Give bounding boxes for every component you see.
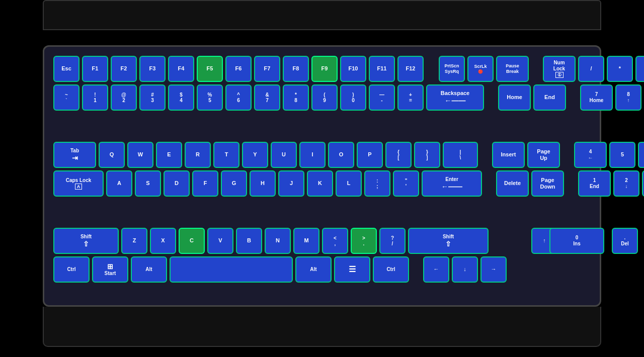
key-num-asterisk[interactable]: * [607, 56, 633, 82]
key-f11[interactable]: F11 [369, 56, 395, 82]
key-num4[interactable]: 4← [574, 142, 607, 168]
key-minus[interactable]: —- [369, 84, 395, 111]
key-f5[interactable]: F5 [197, 56, 223, 82]
key-delete[interactable]: Delete [496, 170, 529, 197]
key-num-slash[interactable]: / [578, 56, 604, 82]
key-backslash[interactable]: |\ [443, 142, 478, 168]
key-menu[interactable]: ☰ [334, 256, 370, 283]
key-num2[interactable]: 2↓ [613, 170, 639, 197]
key-prtscn[interactable]: PrtScnSysRq [439, 56, 465, 82]
key-pagedown[interactable]: PageDown [531, 170, 564, 197]
key-esc[interactable]: Esc [53, 56, 79, 82]
key-5[interactable]: %5 [197, 84, 223, 111]
key-m[interactable]: M [293, 228, 319, 254]
key-g[interactable]: G [221, 170, 247, 197]
key-f9[interactable]: F9 [311, 56, 338, 82]
key-f2[interactable]: F2 [111, 56, 137, 82]
key-h[interactable]: H [250, 170, 276, 197]
key-shift-left[interactable]: Shift⇧ [53, 228, 119, 254]
key-u[interactable]: U [271, 142, 297, 168]
key-enter[interactable]: Enter←—— [422, 170, 482, 197]
key-p[interactable]: P [357, 142, 383, 168]
key-f7[interactable]: F7 [254, 56, 280, 82]
key-rbracket[interactable]: }] [414, 142, 440, 168]
key-ctrl-right[interactable]: Ctrl [373, 256, 409, 283]
key-numlock[interactable]: NumLock① [543, 56, 576, 82]
key-6[interactable]: ^6 [225, 84, 252, 111]
key-slash[interactable]: ?/ [379, 228, 406, 254]
key-space[interactable] [170, 256, 293, 283]
key-f4[interactable]: F4 [168, 56, 194, 82]
key-num-minus[interactable]: - [635, 56, 644, 82]
key-b[interactable]: B [236, 228, 262, 254]
key-i[interactable]: I [299, 142, 326, 168]
key-scrlk[interactable]: ScrLk🔴 [467, 56, 494, 82]
key-o[interactable]: O [328, 142, 354, 168]
key-e[interactable]: E [156, 142, 182, 168]
function-row: Esc F1 F2 F3 F4 F5 F6 F7 F8 F9 F10 F11 F… [53, 56, 591, 82]
key-z[interactable]: Z [121, 228, 147, 254]
key-n[interactable]: N [265, 228, 291, 254]
key-0[interactable]: )0 [340, 84, 366, 111]
key-tab[interactable]: Tab⇥ [53, 142, 96, 168]
key-9[interactable]: (9 [311, 84, 338, 111]
key-num5[interactable]: 5 [609, 142, 635, 168]
key-l[interactable]: L [336, 170, 362, 197]
key-7[interactable]: &7 [254, 84, 280, 111]
key-end[interactable]: End [533, 84, 566, 111]
key-f3[interactable]: F3 [139, 56, 166, 82]
key-c[interactable]: C [179, 228, 205, 254]
key-num0[interactable]: 0Ins [549, 228, 604, 254]
key-w[interactable]: W [127, 142, 153, 168]
key-f12[interactable]: F12 [397, 56, 424, 82]
key-arrow-down[interactable]: ↓ [452, 256, 478, 283]
key-t[interactable]: T [213, 142, 239, 168]
key-k[interactable]: K [307, 170, 333, 197]
key-ctrl-left[interactable]: Ctrl [53, 256, 90, 283]
key-d[interactable]: D [164, 170, 190, 197]
key-lbracket[interactable]: {[ [385, 142, 412, 168]
key-shift-right[interactable]: Shift⇧ [408, 228, 489, 254]
key-arrow-left[interactable]: ← [423, 256, 449, 283]
key-pause[interactable]: PauseBreak [496, 56, 529, 82]
key-3[interactable]: #3 [139, 84, 166, 111]
key-s[interactable]: S [135, 170, 161, 197]
key-f6[interactable]: F6 [225, 56, 252, 82]
key-comma[interactable]: <, [322, 228, 348, 254]
key-period[interactable]: >. [351, 228, 377, 254]
key-alt-left[interactable]: Alt [131, 256, 167, 283]
key-num6[interactable]: 6→ [638, 142, 644, 168]
key-8[interactable]: *8 [283, 84, 309, 111]
key-y[interactable]: Y [242, 142, 268, 168]
key-insert[interactable]: Insert [492, 142, 525, 168]
key-num7[interactable]: 7Home [580, 84, 613, 111]
key-num3[interactable]: 3PgDn [642, 170, 644, 197]
key-a[interactable]: A [106, 170, 132, 197]
key-num8[interactable]: 8↑ [615, 84, 641, 111]
key-q[interactable]: Q [99, 142, 125, 168]
key-f1[interactable]: F1 [82, 56, 108, 82]
key-backspace[interactable]: Backspace←—— [426, 84, 484, 111]
key-num1[interactable]: 1End [578, 170, 611, 197]
key-pageup[interactable]: PageUp [527, 142, 560, 168]
key-j[interactable]: J [278, 170, 304, 197]
key-1[interactable]: !1 [82, 84, 108, 111]
key-f[interactable]: F [192, 170, 218, 197]
key-windows[interactable]: ⊞Start [92, 256, 128, 283]
key-4[interactable]: $4 [168, 84, 194, 111]
key-backtick[interactable]: ~` [53, 84, 79, 111]
key-capslock[interactable]: Caps LockA [53, 170, 104, 197]
key-equals[interactable]: += [397, 84, 424, 111]
key-x[interactable]: X [150, 228, 176, 254]
key-semicolon[interactable]: :; [364, 170, 390, 197]
key-2[interactable]: @2 [111, 84, 137, 111]
key-r[interactable]: R [185, 142, 211, 168]
key-numdot[interactable]: .Del [612, 228, 638, 254]
key-f10[interactable]: F10 [340, 56, 366, 82]
key-home[interactable]: Home [498, 84, 531, 111]
key-arrow-right[interactable]: → [480, 256, 507, 283]
key-v[interactable]: V [207, 228, 233, 254]
key-quote[interactable]: "' [393, 170, 419, 197]
key-f8[interactable]: F8 [283, 56, 309, 82]
key-alt-right[interactable]: Alt [295, 256, 332, 283]
